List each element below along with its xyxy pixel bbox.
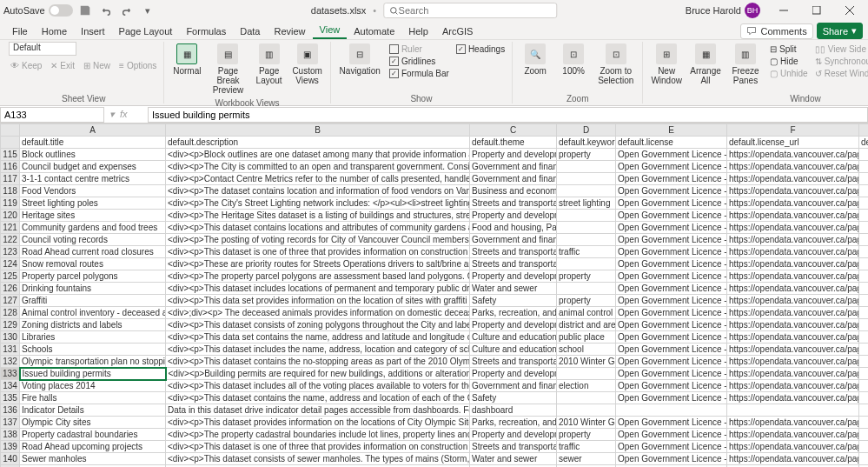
cell[interactable]: <div><p>This dataset contains locations … (166, 222, 470, 234)
cell[interactable]: Open Government Licence - Vancouver (616, 453, 727, 465)
cell[interactable]: https://opendata.vancouver.ca/pages/lice… (727, 307, 859, 319)
search-input[interactable] (399, 5, 552, 16)
col-header-a[interactable]: A (20, 124, 166, 137)
table-row[interactable]: 126Drinking fountains<div><p>This datase… (1, 283, 869, 295)
name-box[interactable] (0, 107, 104, 123)
cell[interactable]: Open Government Licence - Vancouver (616, 185, 727, 197)
table-row[interactable]: 124Snow removal routes<div><p>These are … (1, 258, 869, 270)
cell[interactable]: Open Government Licence - Vancouver (616, 344, 727, 356)
new-button[interactable]: ⊞New (82, 60, 112, 71)
gridlines-checkbox[interactable]: ✓Gridlines (388, 56, 451, 67)
cell[interactable]: Water and sewer (470, 283, 557, 295)
cell[interactable]: Safety (470, 295, 557, 307)
tab-automate[interactable]: Automate (347, 23, 401, 39)
cell[interactable]: Open Government Licence - Vancouver (616, 222, 727, 234)
row-header[interactable]: 139 (1, 441, 20, 453)
cell[interactable]: <div><p>This dataset includes all of the… (166, 380, 470, 392)
cell[interactable]: https://opendata.vancouver.ca/pages/lice… (727, 222, 859, 234)
reset-window-button[interactable]: ↺Reset Window Position (813, 68, 868, 79)
cell[interactable]: Olympic transportation plan no stopping … (20, 356, 166, 368)
cell[interactable]: <div><p>The City's Street Lighting netwo… (166, 197, 470, 210)
cell[interactable]: dashboard (470, 404, 557, 417)
row-header[interactable]: 134 (1, 380, 20, 392)
cell[interactable] (859, 344, 869, 356)
exit-button[interactable]: ✕Exit (49, 60, 76, 71)
cell[interactable]: Culture and education (470, 331, 557, 344)
cell[interactable]: street lighting (557, 197, 616, 210)
cell[interactable]: Open Government Licence - Vancouver (616, 149, 727, 161)
cell[interactable] (557, 392, 616, 404)
cell[interactable]: Property and development (470, 210, 557, 222)
table-row[interactable]: 120Heritage sites<div><p>The Heritage Si… (1, 210, 869, 222)
cell[interactable]: Property parcel polygons (20, 270, 166, 283)
cell[interactable]: Road Ahead current road closures (20, 246, 166, 258)
cell[interactable]: https://opendata.vancouver.ca/pages/lice… (727, 319, 859, 331)
cell[interactable] (557, 222, 616, 234)
cell[interactable]: Open Government Licence - Vancouver (616, 392, 727, 404)
cell[interactable]: https://opendata.vancouver.ca/pages/lice… (727, 210, 859, 222)
tab-home[interactable]: Home (35, 23, 74, 39)
cell[interactable]: Open Government Licence - Vancouver (616, 368, 727, 380)
table-row[interactable]: 128Animal control inventory - deceased a… (1, 307, 869, 319)
row-header[interactable]: 130 (1, 331, 20, 344)
cell[interactable]: <div><p>The property parcel polygons are… (166, 270, 470, 283)
table-row[interactable]: 136Indicator DetailsData in this dataset… (1, 404, 869, 417)
table-row[interactable]: 131Schools<div><p>This dataset includes … (1, 344, 869, 356)
cell[interactable]: Government and finance (470, 161, 557, 173)
cancel-formula-icon[interactable]: ▾ (109, 109, 115, 120)
cell[interactable]: <div><p>The Heritage Sites dataset is a … (166, 210, 470, 222)
row-header[interactable]: 129 (1, 319, 20, 331)
cell[interactable]: Zoning districts and labels (20, 319, 166, 331)
cell[interactable]: Streets and transportation (470, 197, 557, 210)
table-row[interactable]: 125Property parcel polygons<div><p>The p… (1, 270, 869, 283)
cell[interactable] (859, 283, 869, 295)
cell[interactable]: <div><p>This dataset provides informatio… (166, 417, 470, 429)
table-row[interactable]: 115Block outlines<div><p>Block outlines … (1, 149, 869, 161)
cell[interactable]: Water and sewer (470, 453, 557, 465)
tab-help[interactable]: Help (401, 23, 435, 39)
cell[interactable]: Council budget and expenses (20, 161, 166, 173)
unhide-button[interactable]: ▢Unhide (768, 68, 810, 79)
cell[interactable]: <div><p>The City is committed to an open… (166, 161, 470, 173)
cell[interactable] (557, 173, 616, 185)
sync-scroll-button[interactable]: ⇅Synchronous Scrolling (813, 56, 868, 67)
row-header[interactable]: 123 (1, 246, 20, 258)
cell[interactable]: Open Government Licence - Vancouver (616, 210, 727, 222)
cell[interactable]: Streets and transportation (470, 441, 557, 453)
cell[interactable]: https://opendata.vancouver.ca/pages/lice… (727, 368, 859, 380)
table-row[interactable]: 129Zoning districts and labels<div><p>Th… (1, 319, 869, 331)
spreadsheet-grid[interactable]: A B C D E F default.title default.descri… (0, 123, 868, 467)
cell[interactable] (859, 417, 869, 429)
qat-dropdown-icon[interactable]: ▾ (139, 2, 156, 19)
row-header[interactable]: 120 (1, 210, 20, 222)
cell[interactable] (557, 283, 616, 295)
cell[interactable]: Issued building permits (20, 368, 166, 380)
page-layout-button[interactable]: ▥Page Layout (252, 42, 287, 87)
cell[interactable] (859, 307, 869, 319)
cell[interactable]: Culture and education (470, 344, 557, 356)
cell[interactable]: https://opendata.vancouver.ca/pages/lice… (727, 356, 859, 368)
cell[interactable]: https://opendata.vancouver.ca/pages/lice… (727, 270, 859, 283)
cell[interactable]: property (557, 270, 616, 283)
row-header[interactable]: 125 (1, 270, 20, 283)
cell[interactable]: Government and finance (470, 380, 557, 392)
cell[interactable]: https://opendata.vancouver.ca/pages/lice… (727, 429, 859, 441)
tab-page-layout[interactable]: Page Layout (112, 23, 180, 39)
table-row[interactable]: 116Council budget and expenses<div><p>Th… (1, 161, 869, 173)
table-row[interactable]: 132Olympic transportation plan no stoppi… (1, 356, 869, 368)
row-header[interactable]: 117 (1, 173, 20, 185)
cell[interactable]: Animal control inventory - deceased anim… (20, 307, 166, 319)
cell[interactable] (557, 258, 616, 270)
cell[interactable]: Block outlines (20, 149, 166, 161)
cell[interactable] (859, 210, 869, 222)
cell[interactable]: https://opendata.vancouver.ca/pages/lice… (727, 149, 859, 161)
row-header[interactable]: 119 (1, 197, 20, 210)
cell[interactable]: traffic (557, 246, 616, 258)
cell[interactable]: Open Government Licence - Vancouver (616, 246, 727, 258)
cell[interactable]: Open Government Licence - Vancouver (616, 356, 727, 368)
ruler-checkbox[interactable]: Ruler (388, 43, 451, 55)
formula-bar-checkbox[interactable]: ✓Formula Bar (388, 68, 451, 79)
cell[interactable] (859, 222, 869, 234)
cell[interactable]: https://opendata.vancouver.ca/pages/lice… (727, 161, 859, 173)
cell[interactable]: <div><p>The posting of voting records fo… (166, 234, 470, 246)
